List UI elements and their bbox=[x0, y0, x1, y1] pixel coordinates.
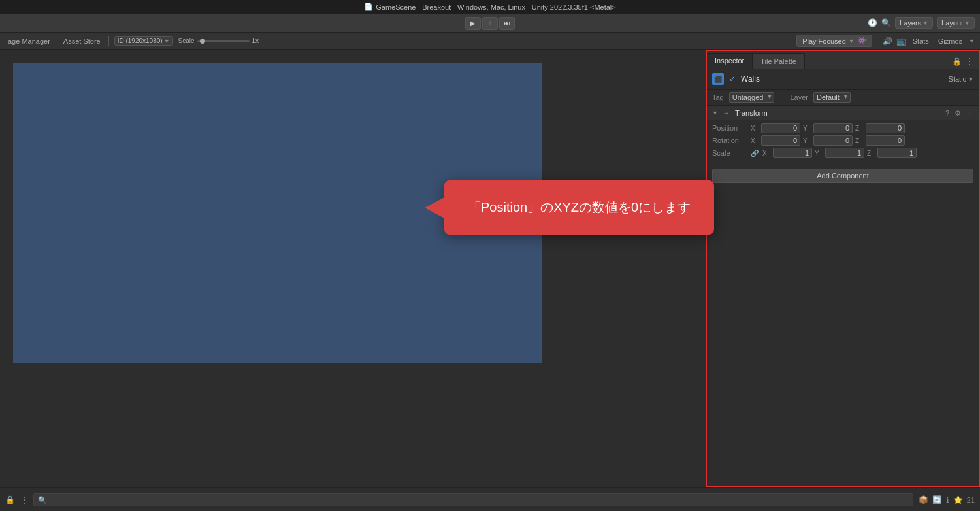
rotation-z-input[interactable] bbox=[866, 135, 905, 146]
layers-dropdown[interactable]: Layers ▼ bbox=[895, 17, 933, 29]
rotation-row: Rotation X Y Z bbox=[712, 135, 973, 146]
bottom-lock-icon[interactable]: 🔒 bbox=[5, 495, 15, 504]
bottom-menu-icon[interactable]: ⋮ bbox=[20, 495, 28, 504]
inspector-tab-icons: 🔒 ⋮ bbox=[947, 54, 979, 69]
toolbar-right-icons: 🔊 📺 Stats Gizmos ▼ bbox=[883, 36, 975, 46]
resolution-dropdown[interactable]: ID (1920x1080) ▼ bbox=[114, 36, 173, 46]
active-checkbox[interactable]: ✓ bbox=[729, 74, 736, 84]
tag-label: Tag bbox=[712, 93, 724, 101]
transform-header[interactable]: ▼ ↔ Transform ? ⚙ ⋮ bbox=[707, 106, 979, 120]
scale-z-input[interactable] bbox=[877, 148, 917, 158]
rotation-label: Rotation bbox=[712, 137, 748, 144]
layer-dropdown[interactable]: Default ▼ bbox=[813, 92, 851, 103]
document-icon: 📄 bbox=[364, 3, 373, 11]
tooltip-text: 「Position」のXYZの数値を0にします bbox=[468, 200, 691, 214]
rotation-z-label: Z bbox=[855, 137, 863, 144]
rotation-axis-group: X Y Z bbox=[751, 135, 973, 146]
transform-title: Transform bbox=[735, 109, 941, 117]
gizmos-btn[interactable]: Gizmos bbox=[936, 36, 965, 46]
scale-y-input[interactable] bbox=[825, 148, 864, 158]
layout-chevron-icon: ▼ bbox=[964, 20, 970, 26]
layout-label: Layout bbox=[941, 19, 963, 27]
top-toolbar: ▶ ⏸ ⏭ 🕐 🔍 Layers ▼ Layout ▼ bbox=[0, 14, 980, 33]
position-row: Position X Y Z bbox=[712, 123, 973, 133]
position-x-input[interactable] bbox=[761, 123, 800, 133]
step-button[interactable]: ⏭ bbox=[499, 17, 515, 30]
scale-z-label: Z bbox=[867, 150, 875, 157]
refresh-icon[interactable]: 🔄 bbox=[932, 495, 942, 504]
tab-asset-store[interactable]: Asset Store bbox=[61, 36, 103, 46]
main-area: 「Position」のXYZの数値を0にします Inspector Tile P… bbox=[0, 50, 980, 487]
window-title: GameScene - Breakout - Windows, Mac, Lin… bbox=[376, 3, 615, 11]
tag-layer-row: Tag Untagged ▼ Layer Default ▼ bbox=[707, 90, 979, 106]
layers-chevron-icon: ▼ bbox=[923, 20, 928, 26]
layout-dropdown[interactable]: Layout ▼ bbox=[937, 17, 975, 29]
scale-row: Scale 🔗 X Y Z bbox=[712, 148, 973, 158]
stats-btn[interactable]: Stats bbox=[910, 36, 932, 46]
scale-slider[interactable] bbox=[197, 40, 250, 42]
scale-field-label: Scale bbox=[712, 149, 748, 157]
nav-tabs: age Manager Asset Store bbox=[5, 36, 103, 46]
scale-y-label: Y bbox=[815, 150, 823, 157]
object-name[interactable]: Walls bbox=[741, 74, 943, 84]
position-y-label: Y bbox=[803, 125, 811, 132]
transform-help-icon[interactable]: ? bbox=[945, 109, 949, 117]
search-top-icon[interactable]: 🔍 bbox=[881, 18, 891, 27]
favorites-count: 21 bbox=[967, 496, 975, 504]
history-icon[interactable]: 🕐 bbox=[868, 18, 877, 27]
layer-chevron-icon: ▼ bbox=[843, 93, 849, 100]
scale-axis-group: X Y Z bbox=[762, 148, 973, 158]
inspector-panel: Inspector Tile Palette 🔒 ⋮ ⬛ ✓ Walls Sta… bbox=[706, 50, 980, 487]
audio-icon[interactable]: 🔊 bbox=[883, 37, 892, 46]
add-component-button[interactable]: Add Component bbox=[712, 169, 973, 183]
position-z-input[interactable] bbox=[866, 123, 905, 133]
bottom-bar: 🔒 ⋮ 📦 🔄 ℹ ⭐ 21 bbox=[0, 487, 980, 511]
rotation-y-label: Y bbox=[803, 137, 811, 144]
position-label: Position bbox=[712, 124, 748, 132]
layer-label: Layer bbox=[790, 93, 808, 101]
info-icon[interactable]: ℹ bbox=[946, 495, 949, 504]
transform-expand-icon: ▼ bbox=[712, 110, 718, 116]
position-x-label: X bbox=[751, 125, 759, 132]
transform-settings-icon[interactable]: ⚙ bbox=[955, 109, 961, 118]
packages-icon[interactable]: 📦 bbox=[919, 495, 928, 504]
scale-x-input[interactable] bbox=[773, 148, 812, 158]
transform-more-icon[interactable]: ⋮ bbox=[966, 109, 973, 118]
position-axis-group: X Y Z bbox=[751, 123, 973, 133]
scale-slider-thumb bbox=[200, 39, 205, 44]
position-y-input[interactable] bbox=[813, 123, 853, 133]
inspector-menu-icon[interactable]: ⋮ bbox=[966, 57, 973, 66]
static-dropdown[interactable]: Static ▼ bbox=[949, 75, 973, 83]
scale-value: 1x bbox=[252, 37, 259, 44]
tab-age-manager[interactable]: age Manager bbox=[5, 36, 53, 46]
layer-value: Default bbox=[817, 93, 840, 101]
transform-section: ▼ ↔ Transform ? ⚙ ⋮ Position X Y bbox=[707, 106, 979, 163]
resolution-chevron-icon: ▼ bbox=[164, 38, 170, 44]
display-icon[interactable]: 📺 bbox=[896, 37, 906, 46]
static-label: Static bbox=[949, 75, 967, 83]
inspector-lock-icon[interactable]: 🔒 bbox=[952, 57, 962, 66]
static-chevron-icon: ▼ bbox=[968, 76, 973, 82]
object-3d-icon: ⬛ bbox=[712, 73, 724, 85]
project-search-input[interactable] bbox=[33, 493, 913, 506]
tab-tile-palette[interactable]: Tile Palette bbox=[753, 53, 805, 69]
position-z-label: Z bbox=[855, 125, 863, 132]
scale-lock-icon[interactable]: 🔗 bbox=[751, 150, 759, 157]
transform-actions: ? ⚙ ⋮ bbox=[945, 109, 973, 118]
tag-value: Untagged bbox=[732, 93, 764, 101]
star-icon[interactable]: ⭐ bbox=[953, 495, 963, 504]
play-focused-button[interactable]: Play Focused ▼ 👾 bbox=[796, 35, 872, 47]
tab-inspector[interactable]: Inspector bbox=[707, 53, 753, 69]
tooltip-arrow bbox=[425, 197, 444, 218]
rotation-x-input[interactable] bbox=[761, 135, 800, 146]
tag-dropdown[interactable]: Untagged ▼ bbox=[729, 92, 775, 103]
layers-label: Layers bbox=[900, 19, 921, 27]
inspector-tabs: Inspector Tile Palette 🔒 ⋮ bbox=[707, 51, 979, 69]
pause-button[interactable]: ⏸ bbox=[482, 17, 498, 30]
scale-label: Scale bbox=[178, 37, 195, 44]
play-button[interactable]: ▶ bbox=[465, 17, 481, 30]
gizmos-chevron-icon: ▼ bbox=[969, 38, 975, 44]
scale-x-label: X bbox=[762, 150, 770, 157]
rotation-y-input[interactable] bbox=[813, 135, 853, 146]
top-right-controls: 🕐 🔍 Layers ▼ Layout ▼ bbox=[868, 17, 975, 29]
